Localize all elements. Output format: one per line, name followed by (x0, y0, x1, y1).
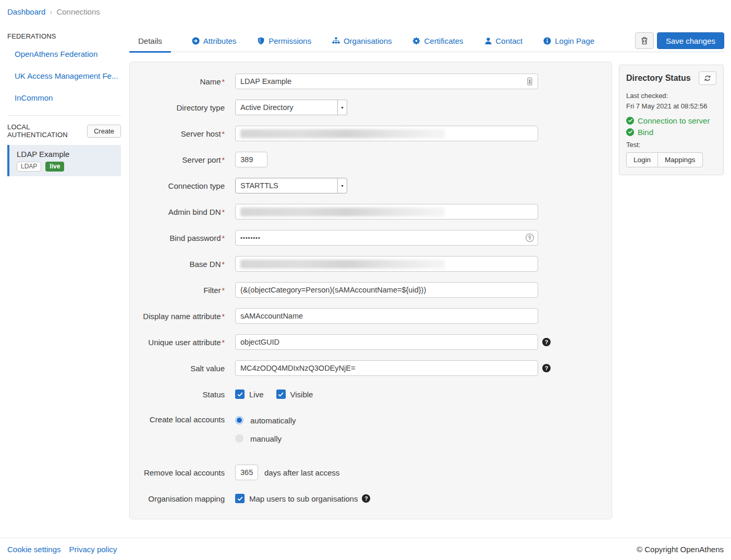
field-label: Directory type (130, 103, 225, 112)
sidebar-item-openathens-federation[interactable]: OpenAthens Federation (15, 50, 98, 58)
base-dn-field[interactable] (235, 256, 538, 272)
admin-bind-dn-field[interactable] (235, 204, 538, 220)
sidebar-item-ldap-example[interactable]: LDAP Example LDAP live (7, 145, 121, 176)
create-button[interactable]: Create (87, 125, 121, 138)
directory-status-panel: Directory Status Last checked: Fri 7 May… (619, 65, 724, 175)
sitemap-icon (332, 37, 340, 45)
help-icon[interactable]: ? (542, 338, 551, 346)
test-button-group: Login Mappings (626, 152, 703, 167)
federations-heading: FEDERATIONS (7, 32, 121, 40)
help-icon[interactable]: ? (542, 364, 551, 372)
server-host-field[interactable] (235, 126, 538, 141)
tab-label: Details (138, 36, 162, 45)
required-marker: * (222, 234, 225, 242)
test-label: Test: (626, 141, 716, 149)
save-changes-button[interactable]: Save changes (657, 32, 724, 49)
local-auth-heading: LOCAL AUTHENTICATION (7, 123, 87, 139)
cookie-settings-link[interactable]: Cookie settings (7, 545, 61, 554)
test-mappings-button[interactable]: Mappings (658, 152, 703, 167)
field-label: Bind password* (130, 234, 225, 242)
form-row-display-name-attribute: Display name attribute* (130, 308, 612, 324)
delete-button[interactable] (635, 32, 654, 49)
days-suffix-text: days after last access (264, 468, 339, 477)
remove-days-field[interactable] (235, 465, 258, 480)
connection-type-select[interactable]: STARTTLS ▾ (235, 178, 347, 193)
refresh-button[interactable] (699, 71, 716, 85)
name-field[interactable] (235, 74, 538, 89)
check-circle-icon (626, 117, 634, 125)
connection-name: LDAP Example (17, 150, 115, 159)
bind-password-field[interactable] (235, 230, 538, 246)
directory-type-select[interactable]: Active Directory ▾ (235, 100, 347, 115)
form-row-organisation-mapping: Organisation mapping Map users to sub or… (130, 491, 612, 506)
check-circle-icon (626, 128, 634, 136)
refresh-icon (704, 75, 711, 82)
trash-icon (640, 36, 649, 45)
tab-contact[interactable]: Contact (484, 36, 523, 52)
selected-value: STARTTLS (236, 178, 337, 193)
required-marker: * (222, 312, 225, 321)
selected-value: Active Directory (236, 100, 337, 115)
breadcrumb: Dashboard › Connections (7, 7, 100, 16)
radio-label: automatically (250, 416, 296, 425)
required-marker: * (222, 286, 225, 295)
display-name-attribute-field[interactable] (235, 308, 538, 324)
password-key-icon[interactable] (525, 233, 534, 242)
list-item: Connection to server (626, 116, 716, 125)
breadcrumb-dashboard-link[interactable]: Dashboard (7, 7, 45, 16)
copyright-text: © Copyright OpenAthens (637, 545, 724, 554)
field-label: Server host* (130, 129, 225, 138)
connection-type-badge: LDAP (17, 162, 41, 172)
field-label: Unique user attribute* (130, 338, 225, 347)
field-label: Name* (130, 77, 225, 86)
form-row-status: Status Live Visible (130, 386, 612, 402)
live-checkbox[interactable] (235, 389, 245, 399)
manually-radio[interactable] (235, 434, 243, 443)
visible-checkbox[interactable] (276, 389, 286, 399)
connections-page: Dashboard › Connections FEDERATIONS Open… (0, 0, 731, 560)
required-marker: * (222, 78, 225, 86)
list-item: InCommon (7, 93, 121, 103)
details-form: Name* Directory type Active Directory ▾ … (129, 62, 612, 519)
status-badge: live (45, 162, 64, 172)
sidebar-item-uk-access-management[interactable]: UK Access Management Fe... (15, 71, 118, 80)
field-label: Status (130, 390, 225, 399)
autofill-icon[interactable] (525, 77, 534, 86)
tab-certificates[interactable]: Certificates (412, 36, 463, 52)
check-label: Connection to server (638, 116, 710, 125)
form-row-create-local-accounts: Create local accounts automatically manu… (130, 412, 612, 446)
list-item: UK Access Management Fe... (7, 71, 121, 81)
form-row-filter: Filter* (130, 282, 612, 298)
form-row-name: Name* (130, 74, 612, 89)
sidebar-item-incommon[interactable]: InCommon (15, 93, 53, 102)
form-row-unique-user-attribute: Unique user attribute* ? (130, 334, 612, 350)
sidebar-divider (7, 115, 121, 116)
test-login-button[interactable]: Login (626, 152, 658, 167)
unique-user-attribute-field[interactable] (235, 334, 538, 350)
salt-value-field[interactable] (235, 360, 538, 376)
form-row-remove-local-accounts: Remove local accounts days after last ac… (130, 465, 612, 480)
field-label: Server port* (130, 155, 225, 164)
last-checked-label: Last checked: (626, 91, 716, 101)
tab-organisations[interactable]: Organisations (332, 36, 392, 52)
tab-attributes[interactable]: Attributes (192, 36, 236, 52)
filter-field[interactable] (235, 282, 538, 298)
tab-login-page[interactable]: Login Page (543, 36, 594, 52)
tab-label: Organisations (344, 36, 392, 45)
map-users-checkbox[interactable] (235, 494, 245, 503)
checkbox-label: Live (249, 390, 264, 399)
form-row-admin-bind-dn: Admin bind DN* (130, 204, 612, 220)
privacy-policy-link[interactable]: Privacy policy (69, 545, 117, 554)
automatically-radio[interactable] (235, 416, 243, 424)
list-item: OpenAthens Federation (7, 50, 121, 59)
help-icon[interactable]: ? (362, 494, 370, 503)
tab-permissions[interactable]: Permissions (257, 36, 311, 52)
field-label: Salt value (130, 364, 225, 373)
tab-details[interactable]: Details (129, 36, 171, 52)
required-marker: * (222, 260, 225, 269)
chevron-down-icon: ▾ (337, 178, 347, 193)
form-row-server-port: Server port* (130, 152, 612, 167)
server-port-field[interactable] (235, 152, 267, 167)
radio-label: manually (250, 434, 282, 443)
required-marker: * (222, 208, 225, 216)
